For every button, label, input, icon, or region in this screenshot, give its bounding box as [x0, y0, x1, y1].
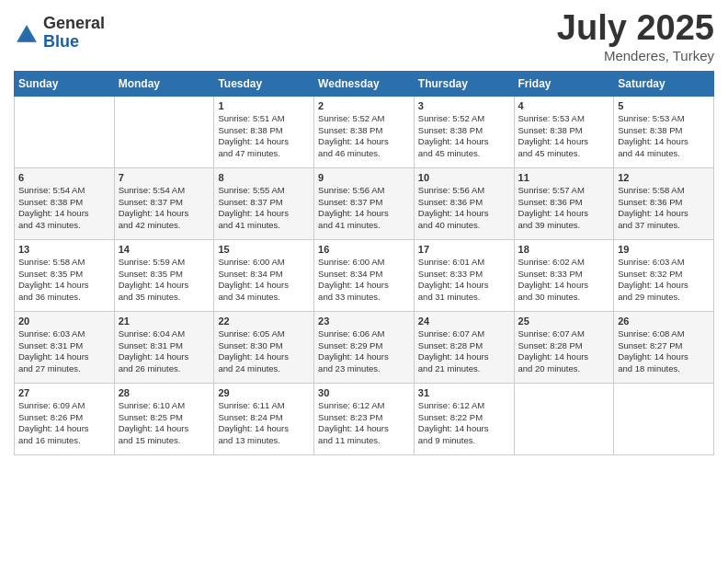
- day-cell: 12Sunrise: 5:58 AM Sunset: 8:36 PM Dayli…: [614, 167, 714, 239]
- week-row-3: 13Sunrise: 5:58 AM Sunset: 8:35 PM Dayli…: [15, 239, 714, 311]
- day-number: 8: [218, 172, 310, 183]
- day-detail: Sunrise: 6:07 AM Sunset: 8:28 PM Dayligh…: [518, 328, 610, 375]
- day-number: 18: [518, 244, 610, 255]
- day-cell: 25Sunrise: 6:07 AM Sunset: 8:28 PM Dayli…: [514, 311, 614, 383]
- day-number: 11: [518, 172, 610, 183]
- day-cell: 11Sunrise: 5:57 AM Sunset: 8:36 PM Dayli…: [514, 167, 614, 239]
- day-number: 29: [218, 387, 310, 398]
- day-detail: Sunrise: 6:03 AM Sunset: 8:31 PM Dayligh…: [18, 328, 110, 375]
- day-number: 24: [418, 316, 510, 327]
- day-cell: 15Sunrise: 6:00 AM Sunset: 8:34 PM Dayli…: [214, 239, 314, 311]
- logo: General Blue: [14, 15, 105, 52]
- day-number: 1: [218, 100, 310, 111]
- day-cell: 17Sunrise: 6:01 AM Sunset: 8:33 PM Dayli…: [414, 239, 514, 311]
- day-detail: Sunrise: 6:09 AM Sunset: 8:26 PM Dayligh…: [18, 400, 110, 447]
- logo-blue: Blue: [43, 33, 105, 52]
- day-cell: 7Sunrise: 5:54 AM Sunset: 8:37 PM Daylig…: [114, 167, 214, 239]
- day-cell: 24Sunrise: 6:07 AM Sunset: 8:28 PM Dayli…: [414, 311, 514, 383]
- day-cell: 26Sunrise: 6:08 AM Sunset: 8:27 PM Dayli…: [614, 311, 714, 383]
- day-cell: 10Sunrise: 5:56 AM Sunset: 8:36 PM Dayli…: [414, 167, 514, 239]
- day-cell: 21Sunrise: 6:04 AM Sunset: 8:31 PM Dayli…: [114, 311, 214, 383]
- day-number: 27: [18, 387, 110, 398]
- day-detail: Sunrise: 5:56 AM Sunset: 8:37 PM Dayligh…: [318, 185, 410, 232]
- day-detail: Sunrise: 5:58 AM Sunset: 8:36 PM Dayligh…: [618, 185, 710, 232]
- day-number: 5: [618, 100, 710, 111]
- day-detail: Sunrise: 6:05 AM Sunset: 8:30 PM Dayligh…: [218, 328, 310, 375]
- day-number: 12: [618, 172, 710, 183]
- day-cell: 13Sunrise: 5:58 AM Sunset: 8:35 PM Dayli…: [15, 239, 115, 311]
- header-day-sunday: Sunday: [15, 71, 115, 96]
- calendar-body: 1Sunrise: 5:51 AM Sunset: 8:38 PM Daylig…: [15, 96, 714, 454]
- day-detail: Sunrise: 6:07 AM Sunset: 8:28 PM Dayligh…: [418, 328, 510, 375]
- day-detail: Sunrise: 6:06 AM Sunset: 8:29 PM Dayligh…: [318, 328, 410, 375]
- day-number: 30: [318, 387, 410, 398]
- day-number: 26: [618, 316, 710, 327]
- header-day-tuesday: Tuesday: [214, 71, 314, 96]
- day-number: 10: [418, 172, 510, 183]
- day-cell: 27Sunrise: 6:09 AM Sunset: 8:26 PM Dayli…: [15, 383, 115, 454]
- day-number: 14: [119, 244, 210, 255]
- day-cell: 20Sunrise: 6:03 AM Sunset: 8:31 PM Dayli…: [15, 311, 115, 383]
- day-detail: Sunrise: 6:08 AM Sunset: 8:27 PM Dayligh…: [618, 328, 710, 375]
- day-cell: [15, 96, 115, 167]
- day-detail: Sunrise: 6:00 AM Sunset: 8:34 PM Dayligh…: [318, 257, 410, 304]
- day-detail: Sunrise: 6:04 AM Sunset: 8:31 PM Dayligh…: [119, 328, 210, 375]
- day-cell: 22Sunrise: 6:05 AM Sunset: 8:30 PM Dayli…: [214, 311, 314, 383]
- day-number: 23: [318, 316, 410, 327]
- day-detail: Sunrise: 6:12 AM Sunset: 8:23 PM Dayligh…: [318, 400, 410, 447]
- day-cell: [514, 383, 614, 454]
- title-block: July 2025 Menderes, Turkey: [557, 9, 714, 63]
- week-row-1: 1Sunrise: 5:51 AM Sunset: 8:38 PM Daylig…: [15, 96, 714, 167]
- week-row-4: 20Sunrise: 6:03 AM Sunset: 8:31 PM Dayli…: [15, 311, 714, 383]
- day-cell: 1Sunrise: 5:51 AM Sunset: 8:38 PM Daylig…: [214, 96, 314, 167]
- day-cell: 3Sunrise: 5:52 AM Sunset: 8:38 PM Daylig…: [414, 96, 514, 167]
- day-cell: 16Sunrise: 6:00 AM Sunset: 8:34 PM Dayli…: [314, 239, 415, 311]
- day-cell: 5Sunrise: 5:53 AM Sunset: 8:38 PM Daylig…: [614, 96, 714, 167]
- day-cell: 9Sunrise: 5:56 AM Sunset: 8:37 PM Daylig…: [314, 167, 415, 239]
- day-detail: Sunrise: 5:55 AM Sunset: 8:37 PM Dayligh…: [218, 185, 310, 232]
- day-cell: 28Sunrise: 6:10 AM Sunset: 8:25 PM Dayli…: [114, 383, 214, 454]
- page: General Blue July 2025 Menderes, Turkey …: [0, 0, 728, 563]
- day-detail: Sunrise: 5:51 AM Sunset: 8:38 PM Dayligh…: [218, 113, 310, 160]
- day-number: 28: [119, 387, 210, 398]
- day-cell: 19Sunrise: 6:03 AM Sunset: 8:32 PM Dayli…: [614, 239, 714, 311]
- day-number: 25: [518, 316, 610, 327]
- day-detail: Sunrise: 6:10 AM Sunset: 8:25 PM Dayligh…: [119, 400, 210, 447]
- day-number: 17: [418, 244, 510, 255]
- day-detail: Sunrise: 5:53 AM Sunset: 8:38 PM Dayligh…: [518, 113, 610, 160]
- day-detail: Sunrise: 6:03 AM Sunset: 8:32 PM Dayligh…: [618, 257, 710, 304]
- day-detail: Sunrise: 5:52 AM Sunset: 8:38 PM Dayligh…: [418, 113, 510, 160]
- day-cell: 31Sunrise: 6:12 AM Sunset: 8:22 PM Dayli…: [414, 383, 514, 454]
- header-day-monday: Monday: [114, 71, 214, 96]
- day-number: 4: [518, 100, 610, 111]
- day-cell: 29Sunrise: 6:11 AM Sunset: 8:24 PM Dayli…: [214, 383, 314, 454]
- day-number: 21: [119, 316, 210, 327]
- day-cell: 4Sunrise: 5:53 AM Sunset: 8:38 PM Daylig…: [514, 96, 614, 167]
- day-detail: Sunrise: 5:54 AM Sunset: 8:38 PM Dayligh…: [18, 185, 110, 232]
- day-number: 13: [18, 244, 110, 255]
- day-cell: 14Sunrise: 5:59 AM Sunset: 8:35 PM Dayli…: [114, 239, 214, 311]
- day-number: 16: [318, 244, 410, 255]
- calendar-table: SundayMondayTuesdayWednesdayThursdayFrid…: [14, 71, 714, 455]
- day-detail: Sunrise: 5:56 AM Sunset: 8:36 PM Dayligh…: [418, 185, 510, 232]
- day-number: 22: [218, 316, 310, 327]
- month-title: July 2025: [557, 9, 714, 48]
- day-detail: Sunrise: 6:00 AM Sunset: 8:34 PM Dayligh…: [218, 257, 310, 304]
- day-detail: Sunrise: 5:57 AM Sunset: 8:36 PM Dayligh…: [518, 185, 610, 232]
- logo-icon: [14, 22, 40, 48]
- day-detail: Sunrise: 6:02 AM Sunset: 8:33 PM Dayligh…: [518, 257, 610, 304]
- day-cell: 8Sunrise: 5:55 AM Sunset: 8:37 PM Daylig…: [214, 167, 314, 239]
- header-day-saturday: Saturday: [614, 71, 714, 96]
- calendar-header: SundayMondayTuesdayWednesdayThursdayFrid…: [15, 71, 714, 96]
- header: General Blue July 2025 Menderes, Turkey: [14, 9, 714, 63]
- day-number: 15: [218, 244, 310, 255]
- logo-general: General: [43, 15, 105, 33]
- day-number: 19: [618, 244, 710, 255]
- day-detail: Sunrise: 5:54 AM Sunset: 8:37 PM Dayligh…: [119, 185, 210, 232]
- header-day-thursday: Thursday: [414, 71, 514, 96]
- week-row-5: 27Sunrise: 6:09 AM Sunset: 8:26 PM Dayli…: [15, 383, 714, 454]
- day-number: 9: [318, 172, 410, 183]
- logo-text: General Blue: [43, 15, 105, 52]
- day-cell: 18Sunrise: 6:02 AM Sunset: 8:33 PM Dayli…: [514, 239, 614, 311]
- day-cell: [114, 96, 214, 167]
